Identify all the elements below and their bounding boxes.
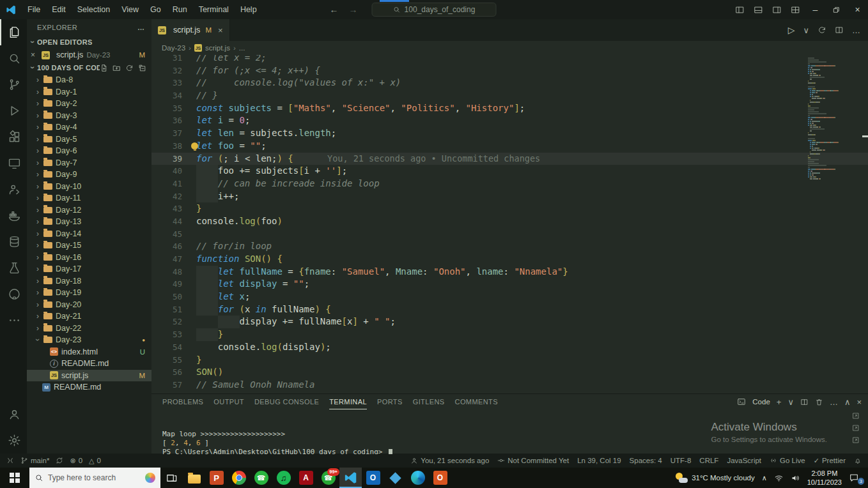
menu-help[interactable]: Help: [235, 0, 263, 19]
status-commit[interactable]: Not Committed Yet: [497, 457, 569, 464]
close-icon[interactable]: ×: [31, 50, 38, 59]
run-code-icon[interactable]: ▷: [788, 25, 795, 35]
restore-button[interactable]: [826, 0, 847, 19]
activitybar-docker[interactable]: [0, 202, 27, 229]
folder-day-19[interactable]: ›Day-19: [27, 287, 151, 299]
folder-day-23[interactable]: ›Day-23●: [27, 334, 151, 346]
activitybar-database[interactable]: [0, 229, 27, 255]
command-center[interactable]: 100_days_of_coding: [372, 3, 497, 17]
new-file-icon[interactable]: [100, 64, 108, 72]
panel-tab-output[interactable]: OUTPUT: [213, 394, 244, 409]
code-line-33[interactable]: 33// console.log("values of x:" + x): [151, 77, 868, 89]
terminal-command-icon[interactable]: [852, 412, 860, 420]
code-line-39[interactable]: 39for (; i < len;) {You, 21 seconds ago …: [151, 153, 868, 165]
code-line-51[interactable]: 51 for (x in fullName) {: [151, 303, 868, 316]
taskbar-app-chat[interactable]: ☎99+: [317, 468, 339, 488]
folder-day-21[interactable]: ›Day-21: [27, 310, 151, 323]
status-cursor-position[interactable]: Ln 39, Col 19: [577, 457, 621, 464]
folder-day-9[interactable]: ›Day-9: [27, 169, 151, 181]
code-line-47[interactable]: 47function SON() {: [151, 253, 868, 266]
folder-day-1[interactable]: ›Day-1: [27, 86, 151, 98]
activitybar-more[interactable]: [0, 307, 27, 333]
status-branch[interactable]: main*: [20, 457, 49, 464]
taskbar-clock[interactable]: 2:08 PM 10/11/2023: [807, 469, 842, 487]
taskbar-app-outlook[interactable]: O: [362, 468, 384, 488]
more-icon[interactable]: …: [830, 397, 838, 407]
split-editor-icon[interactable]: [835, 26, 844, 34]
menu-run[interactable]: Run: [167, 0, 193, 19]
network-icon[interactable]: [774, 473, 784, 483]
code-line-36[interactable]: 36let i = 0;: [151, 114, 868, 127]
start-button[interactable]: [0, 468, 29, 488]
status-remote[interactable]: [6, 457, 14, 464]
activitybar-run-debug[interactable]: [0, 98, 27, 124]
volume-icon[interactable]: [791, 473, 800, 483]
code-line-37[interactable]: 37let len = subjects.length;: [151, 127, 868, 140]
code-line-49[interactable]: 49 let display = "";: [151, 278, 868, 291]
folder-day-10[interactable]: ›Day-10: [27, 181, 151, 193]
action-center[interactable]: 3: [849, 473, 862, 483]
status-notifications[interactable]: [854, 457, 862, 464]
folder-day-15[interactable]: ›Day-15: [27, 240, 151, 252]
code-line-52[interactable]: 52 display += fullName[x] + " ";: [151, 316, 868, 328]
taskbar-app-office[interactable]: O: [429, 468, 451, 488]
status-errors[interactable]: ⊗0: [70, 457, 82, 465]
folder-da-8[interactable]: ›Da-8: [27, 74, 151, 86]
status-language[interactable]: JavaScript: [727, 457, 761, 464]
code-line-50[interactable]: 50 let x;: [151, 291, 868, 303]
code-line-41[interactable]: 41 // can be increade inside loop: [151, 178, 868, 190]
layout-sidebar-icon[interactable]: [731, 0, 749, 19]
status-go-live[interactable]: Go Live: [770, 457, 805, 464]
code-editor[interactable]: 31// let x = 2;32// for (;x <= 4; x++) {…: [151, 55, 868, 393]
menu-view[interactable]: View: [116, 0, 144, 19]
panel-tab-terminal[interactable]: TERMINAL: [329, 394, 367, 409]
activitybar-extensions[interactable]: [0, 124, 27, 150]
code-line-35[interactable]: 35const subjects = ["Maths", "Science", …: [151, 102, 868, 115]
folder-day-11[interactable]: ›Day-11: [27, 192, 151, 204]
taskbar-app-task-view[interactable]: [160, 468, 183, 488]
taskbar-app-vscode[interactable]: [339, 468, 362, 488]
status-encoding[interactable]: UTF-8: [670, 457, 692, 464]
code-line-45[interactable]: 45: [151, 228, 868, 241]
minimize-button[interactable]: –: [805, 0, 826, 19]
terminal-command-icon[interactable]: [852, 436, 860, 444]
close-icon[interactable]: ×: [856, 397, 862, 407]
workspace-header[interactable]: › 100 DAYS OF CODI...: [27, 61, 151, 74]
menu-edit[interactable]: Edit: [46, 0, 72, 19]
status-prettier[interactable]: ✓Prettier: [814, 457, 846, 465]
hidden-icons-chevron[interactable]: ∧: [762, 474, 767, 482]
file-script-js[interactable]: ›JSscript.jsM: [27, 370, 151, 382]
customize-layout-icon[interactable]: [786, 0, 805, 19]
trash-icon[interactable]: [815, 398, 823, 406]
history-icon[interactable]: [818, 26, 826, 34]
minimap[interactable]: [808, 57, 841, 180]
folder-day-16[interactable]: ›Day-16: [27, 252, 151, 264]
go-forward-icon[interactable]: →: [349, 4, 358, 15]
menu-terminal[interactable]: Terminal: [193, 0, 235, 19]
activitybar-settings-gear[interactable]: [0, 427, 27, 454]
status-eol[interactable]: CRLF: [699, 457, 718, 464]
file-readme-md[interactable]: ›MREADME.md: [27, 381, 151, 393]
close-button[interactable]: ×: [847, 0, 868, 19]
panel-tab-debug-console[interactable]: DEBUG CONSOLE: [254, 394, 319, 409]
menu-selection[interactable]: Selection: [72, 0, 116, 19]
file-readme-md[interactable]: ›iREADME.md: [27, 358, 151, 370]
folder-day-22[interactable]: ›Day-22: [27, 323, 151, 335]
folder-day-18[interactable]: ›Day-18: [27, 275, 151, 287]
taskbar-app-file-explorer[interactable]: [183, 468, 205, 488]
folder-day-14[interactable]: ›Day-14: [27, 228, 151, 240]
breadcrumb-item[interactable]: ...: [239, 44, 245, 52]
go-back-icon[interactable]: ←: [330, 4, 339, 15]
plus-icon[interactable]: +: [777, 397, 782, 407]
breadcrumb-item[interactable]: Day-23: [162, 44, 185, 52]
code-line-40[interactable]: 40 foo += subjects[i + ''];: [151, 165, 868, 178]
taskbar-app-sourcetree[interactable]: [384, 468, 407, 488]
taskbar-app-edge[interactable]: [407, 468, 429, 488]
code-line-44[interactable]: 44console.log(foo): [151, 215, 868, 228]
code-line-43[interactable]: 43}: [151, 202, 868, 215]
collapse-all-icon[interactable]: [138, 64, 146, 72]
activitybar-live-share[interactable]: [0, 176, 27, 202]
activitybar-explorer[interactable]: [0, 19, 27, 45]
split-icon[interactable]: [800, 398, 809, 406]
panel-tab-ports[interactable]: PORTS: [377, 394, 403, 409]
